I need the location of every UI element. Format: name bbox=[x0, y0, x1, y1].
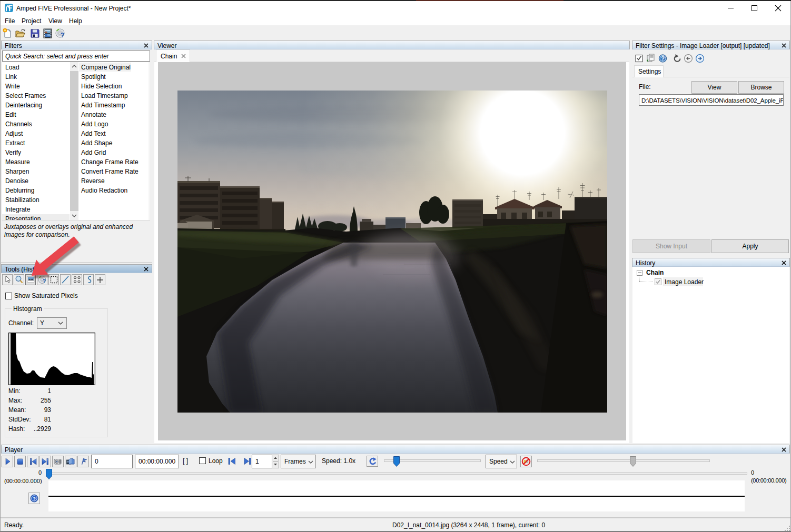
svg-text:?: ? bbox=[33, 496, 36, 501]
svg-text:?: ? bbox=[61, 31, 65, 39]
svg-text:?: ? bbox=[43, 278, 46, 284]
svg-text:?: ? bbox=[661, 55, 665, 62]
